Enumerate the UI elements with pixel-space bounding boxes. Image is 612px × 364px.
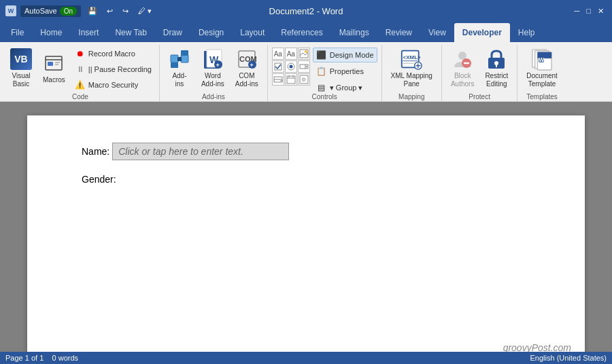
addins-group-label: Add-ins	[163, 91, 265, 103]
title-bar-left: W AutoSave On 💾 ↩ ↪ 🖊 ▾	[5, 5, 154, 17]
page-info: Page 1 of 1	[5, 354, 44, 362]
controls-group-content: Aa Aa ⚙	[271, 45, 379, 91]
ctrl-date-btn[interactable]	[285, 73, 297, 86]
controls-group-label: Controls	[271, 91, 379, 103]
tab-file[interactable]: File	[3, 23, 32, 42]
warning-icon: ⚠️	[75, 79, 86, 90]
svg-text:⚙: ⚙	[301, 77, 306, 83]
undo-button[interactable]: ↩	[104, 5, 116, 17]
status-right: English (United States)	[530, 354, 607, 362]
gender-label: Gender:	[82, 174, 116, 185]
status-bar: Page 1 of 1 0 words English (United Stat…	[0, 352, 612, 364]
ribbon: VB VisualBasic Macros	[0, 42, 612, 102]
ctrl-radio-btn[interactable]	[285, 60, 297, 73]
mapping-group-content: <XML> XML MappingPane	[385, 45, 439, 91]
svg-point-23	[305, 50, 307, 53]
watermark: groovyPost.com	[503, 342, 571, 352]
macros-label: Macros	[43, 76, 65, 84]
svg-rect-7	[171, 62, 178, 68]
xml-mapping-icon: <XML>	[401, 48, 422, 70]
ctrl-combo-btn[interactable]	[298, 60, 310, 73]
language-info: English (United States)	[530, 354, 607, 362]
com-add-ins-label: COMAdd-ins	[235, 72, 258, 88]
code-group-label: Code	[4, 91, 156, 103]
addins-group: Add-ins W + WordAdd-ins	[160, 45, 268, 101]
svg-point-44	[458, 52, 466, 60]
xml-mapping-pane-button[interactable]: <XML> XML MappingPane	[386, 46, 437, 90]
tab-review[interactable]: Review	[377, 23, 420, 42]
name-label: Name:	[82, 146, 109, 157]
tab-view[interactable]: View	[420, 23, 454, 42]
svg-rect-2	[48, 62, 53, 66]
pause-recording-button[interactable]: ⏸ || Pause Recording	[71, 62, 155, 77]
visual-basic-icon: VB	[10, 48, 32, 70]
record-icon: ⏺	[75, 48, 86, 59]
ctrl-ab-btn[interactable]: Aa	[272, 48, 284, 60]
ctrl-list-btn[interactable]	[272, 73, 284, 86]
name-input[interactable]: Click or tap here to enter text.	[112, 143, 289, 160]
record-macro-label: Record Macro	[88, 50, 135, 58]
tab-developer[interactable]: Developer	[454, 23, 510, 42]
tab-insert[interactable]: Insert	[70, 23, 107, 42]
macro-security-label: Macro Security	[88, 81, 138, 89]
tab-home[interactable]: Home	[32, 23, 70, 42]
window-controls: ─ □ ✕	[572, 5, 607, 17]
tab-new-tab[interactable]: New Tab	[107, 23, 154, 42]
macros-button[interactable]: Macros	[38, 46, 70, 90]
customize-button[interactable]: 🖊 ▾	[135, 5, 154, 17]
svg-rect-9	[177, 57, 182, 61]
svg-rect-5	[171, 55, 178, 62]
autosave-toggle[interactable]: AutoSave On	[20, 5, 81, 17]
svg-text:+: +	[250, 61, 253, 68]
tab-mailings[interactable]: Mailings	[331, 23, 377, 42]
templates-group-content: W DocumentTemplate	[520, 45, 564, 91]
properties-button[interactable]: 📋 Properties	[313, 64, 377, 79]
svg-rect-31	[287, 76, 295, 84]
svg-line-20	[300, 53, 303, 56]
visual-basic-label: VisualBasic	[12, 72, 30, 88]
close-button[interactable]: ✕	[595, 5, 607, 17]
ctrl-img-btn[interactable]	[298, 48, 310, 60]
design-mode-button[interactable]: ⬛ Design Mode	[313, 48, 377, 62]
add-ins-icon	[169, 48, 190, 70]
com-add-ins-button[interactable]: COM + COMAdd-ins	[231, 46, 263, 90]
pause-icon: ⏸	[75, 64, 86, 75]
status-left: Page 1 of 1 0 words	[5, 354, 78, 362]
maximize-button[interactable]: □	[583, 5, 594, 17]
redo-button[interactable]: ↪	[120, 5, 131, 17]
code-group: VB VisualBasic Macros	[1, 45, 160, 101]
tab-design[interactable]: Design	[190, 23, 232, 42]
document-area: Name: Click or tap here to enter text. G…	[0, 102, 612, 352]
minimize-button[interactable]: ─	[572, 5, 583, 17]
ctrl-build-btn[interactable]: ⚙	[298, 73, 310, 86]
ctrl-check-btn[interactable]	[272, 60, 284, 73]
protect-group-label: Protect	[445, 91, 514, 103]
tab-draw[interactable]: Draw	[155, 23, 190, 42]
design-mode-label: Design Mode	[330, 51, 374, 59]
tab-help[interactable]: Help	[510, 23, 543, 42]
document-template-button[interactable]: W DocumentTemplate	[522, 46, 562, 90]
mapping-group: <XML> XML MappingPane Mapping	[382, 45, 442, 101]
visual-basic-button[interactable]: VB VisualBasic	[5, 46, 37, 90]
document-template-label: DocumentTemplate	[526, 72, 558, 88]
addins-group-content: Add-ins W + WordAdd-ins	[163, 45, 265, 91]
code-group-content: VB VisualBasic Macros	[4, 45, 156, 91]
block-authors-icon	[452, 48, 473, 70]
svg-text:W: W	[539, 56, 544, 62]
restrict-editing-button[interactable]: RestrictEditing	[480, 46, 513, 90]
save-button[interactable]: 💾	[85, 5, 100, 17]
record-macro-button[interactable]: ⏺ Record Macro	[71, 46, 155, 61]
svg-line-21	[303, 53, 305, 55]
macro-security-button[interactable]: ⚠️ Macro Security	[71, 77, 155, 92]
name-field-row: Name: Click or tap here to enter text.	[82, 143, 530, 160]
tab-layout[interactable]: Layout	[232, 23, 273, 42]
controls-group: Aa Aa ⚙	[268, 45, 382, 101]
gender-field-row: Gender:	[82, 174, 530, 185]
ctrl-aa-btn[interactable]: Aa	[285, 48, 297, 60]
add-ins-button[interactable]: Add-ins	[164, 46, 195, 90]
document-template-icon: W	[531, 48, 553, 70]
svg-rect-8	[181, 50, 188, 56]
tab-references[interactable]: References	[273, 23, 330, 42]
word-add-ins-button[interactable]: W + WordAdd-ins	[197, 46, 229, 90]
block-authors-button[interactable]: BlockAuthors	[446, 46, 479, 90]
